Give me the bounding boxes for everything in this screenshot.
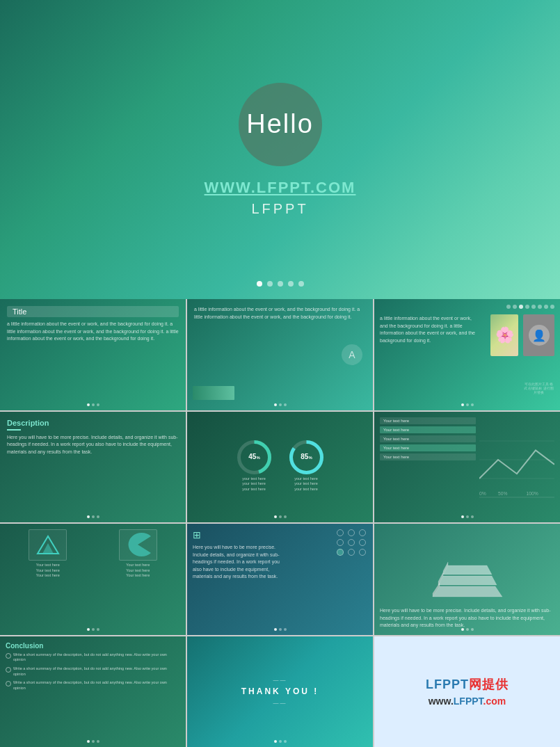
shape-box-1: Your text hereYour text hereYour text he… <box>6 529 90 579</box>
thumb-portrait-slide[interactable]: a little information about the event or … <box>374 299 560 410</box>
dot-1[interactable] <box>257 281 262 287</box>
chart-45-label: your text hereyour text hereyour text he… <box>242 476 266 492</box>
grid-icon-item <box>348 549 355 556</box>
hero-slide: Hello WWW.LFPPT.COM LFPPT <box>0 0 560 299</box>
slide-title-label: Title <box>7 306 179 317</box>
promo-url-brand: LFPPT <box>454 696 483 707</box>
svg-text:50%: 50% <box>498 491 507 496</box>
promo-url-suffix: .com <box>483 696 506 707</box>
donut-85: 85% <box>287 438 326 476</box>
thankyou-dashes-right: —— <box>273 700 287 706</box>
thankyou-dashes: —— <box>273 677 287 683</box>
portrait-text: a little information about the event or … <box>380 315 476 344</box>
thumb-shapes-slide[interactable]: Your text hereYour text hereYour text he… <box>0 524 186 635</box>
list-text: Here you will have to be more precise. I… <box>193 544 289 581</box>
dot-4[interactable] <box>288 281 294 287</box>
svg-marker-17 <box>438 576 497 585</box>
thumb-thankyou-slide[interactable]: —— THANK YOU ! —— <box>187 636 373 748</box>
graph-item-5: Your text here <box>380 453 476 460</box>
shape-1-label: Your text hereYour text hereYour text he… <box>36 563 60 579</box>
thumb-graph-slide[interactable]: Your text here Your text here Your text … <box>374 412 560 523</box>
conclusion-items: Write a short summary of the description… <box>6 652 180 691</box>
desc-underline <box>7 429 21 431</box>
dot-3[interactable] <box>278 281 283 287</box>
conclusion-item-1: Write a short summary of the description… <box>6 652 180 663</box>
portrait-label: 可在此图片工具 格式 右键鼠标 进行图片替换 <box>523 383 554 395</box>
svg-marker-19 <box>443 565 492 575</box>
promo-url: www.LFPPT.com <box>429 696 506 707</box>
graph-item-3: Your text here <box>380 435 476 442</box>
conclusion-item-2: Write a short summary of the description… <box>6 666 180 677</box>
grid-icon-item <box>359 539 366 546</box>
thumbnail-grid: Title a little information about the eve… <box>0 299 560 747</box>
conclusion-text-1: Write a short summary of the description… <box>13 652 180 663</box>
shape-2 <box>119 529 157 561</box>
slide-dots <box>274 628 287 631</box>
hero-url[interactable]: WWW.LFPPT.COM <box>205 179 356 197</box>
thumb-conclusion-slide[interactable]: Conclusion Write a short summary of the … <box>0 636 186 748</box>
3d-boxes <box>380 529 554 607</box>
hero-brand: LFPPT <box>251 201 308 217</box>
thumb-list-slide[interactable]: ⊞ Here you will have to be more precise.… <box>187 524 373 635</box>
conclusion-item-3: Write a short summary of the description… <box>6 680 180 691</box>
portrait-photo: 👤 <box>523 314 554 356</box>
slide-dots <box>274 403 287 406</box>
thumb-3d-slide[interactable]: Here you will have to be more precise. I… <box>374 524 560 635</box>
shape-box-2: Your text hereYour text hereYour text he… <box>96 529 181 579</box>
chart-45: 45% your text hereyour text hereyour tex… <box>235 438 273 492</box>
shape-1 <box>29 529 67 561</box>
svg-marker-15 <box>433 586 502 597</box>
slide-dots <box>87 740 99 743</box>
thumb-text-a-slide[interactable]: a little information about the event or … <box>187 299 373 410</box>
dot-2[interactable] <box>267 281 273 287</box>
graph-item-4: Your text here <box>380 444 476 451</box>
desc-title: Description <box>7 419 179 427</box>
svg-text:0%: 0% <box>479 491 486 496</box>
flower-image: 🌸 <box>490 314 518 356</box>
hero-circle: Hello <box>239 83 322 166</box>
slide-title-text: a little information about the event or … <box>7 321 179 343</box>
svg-text:45%: 45% <box>248 453 260 460</box>
svg-text:85%: 85% <box>301 453 312 460</box>
dot-5[interactable] <box>298 281 304 287</box>
thankyou-text: THANK YOU ! <box>241 686 319 696</box>
letter-a-badge: A <box>342 344 362 365</box>
grid-icon-item <box>337 539 344 546</box>
promo-subtitle: 网提供 <box>469 677 509 691</box>
thumb-promo-slide[interactable]: LFPPT网提供 www.LFPPT.com <box>374 636 560 748</box>
text-a-content: a little information about the event or … <box>194 306 366 321</box>
hero-hello-text: Hello <box>246 109 314 139</box>
conclusion-bullet-3 <box>6 681 11 686</box>
thumb-chart-slide[interactable]: 45% your text hereyour text hereyour tex… <box>187 412 373 523</box>
slide-dots <box>461 403 474 406</box>
slide-dots <box>461 628 474 631</box>
donut-45: 45% <box>235 438 273 476</box>
graph-container: Your text here Your text here Your text … <box>380 417 554 502</box>
line-chart-area: 0% 50% 100% <box>479 417 554 502</box>
grid-icon-item <box>348 539 355 546</box>
3d-svg <box>426 538 509 600</box>
slide-dots <box>461 515 474 518</box>
chart-circles-container: 45% your text hereyour text hereyour tex… <box>235 438 326 492</box>
graph-item-1: Your text here <box>380 417 476 424</box>
thankyou-content: —— THANK YOU ! —— <box>241 677 319 706</box>
graph-item-2: Your text here <box>380 426 476 433</box>
grid-icon-item <box>337 549 344 556</box>
3d-text: Here you will have to be more precise. I… <box>380 607 554 629</box>
thumb-title-slide[interactable]: Title a little information about the eve… <box>0 299 186 410</box>
conclusion-text-3: Write a short summary of the description… <box>13 680 180 691</box>
icon-grid <box>337 529 367 556</box>
conclusion-bullet-1 <box>6 653 11 659</box>
shape-2-label: Your text hereYour text hereYour text he… <box>126 563 150 579</box>
grid-icon-item <box>359 529 366 536</box>
svg-marker-14 <box>42 543 54 554</box>
thumb-description-slide[interactable]: Description Here you will have to be mor… <box>0 412 186 523</box>
flower-dots <box>506 305 554 309</box>
shape-boxes-row: Your text hereYour text hereYour text he… <box>6 529 180 579</box>
slide-dots <box>87 403 99 406</box>
mini-landscape <box>193 386 234 400</box>
conclusion-text-2: Write a short summary of the description… <box>13 666 180 677</box>
slide-dots <box>274 515 287 518</box>
grid-icon-item <box>337 529 344 536</box>
slide-dots <box>87 628 99 631</box>
